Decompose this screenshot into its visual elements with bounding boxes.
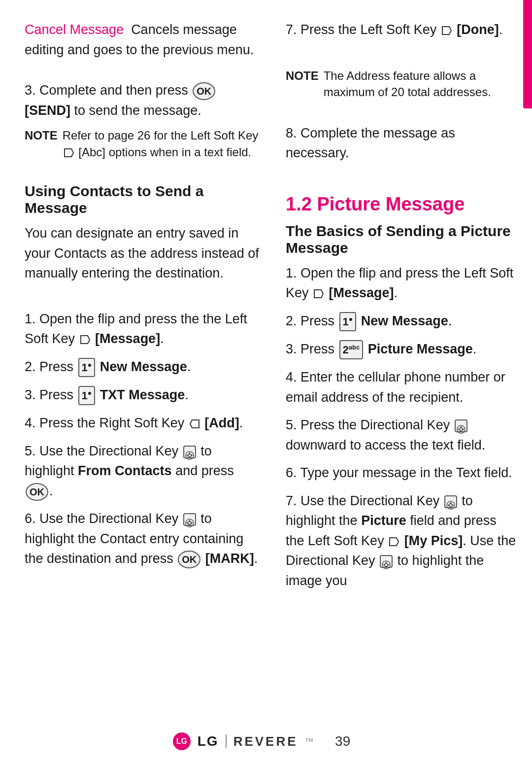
list-item: 4. Press the Right Soft Key [Add]. [25, 413, 261, 433]
list-item: 1. Open the flip and press the the Left … [25, 309, 261, 349]
item3-text: 3. Complete and then press OK [SEND] to … [25, 80, 261, 120]
left-column: Cancel Message Cancels message editing a… [25, 20, 276, 726]
svg-marker-23 [383, 563, 385, 566]
left-soft-key-icon2 [440, 26, 453, 35]
item7-text: 7. Press the Left Soft Key [Done]. [286, 20, 517, 40]
ok-key-icon: OK [193, 82, 215, 100]
lg-circle-icon: LG [173, 732, 191, 750]
list-item: 6. Type your message in the Text field. [286, 463, 517, 483]
item3-send: [SEND] [25, 103, 70, 118]
svg-marker-3 [186, 454, 189, 457]
content-area: Cancel Message Cancels message editing a… [0, 0, 532, 765]
left-soft-key-icon [79, 335, 92, 345]
list-item: 2. Press 1● New Message. [286, 311, 517, 331]
list-item: 3. Press 1● TXT Message. [25, 385, 261, 405]
note2: NOTE The Address feature allows a maximu… [286, 68, 517, 101]
note2-text: The Address feature allows a maximum of … [324, 68, 517, 101]
key-2abc-icon: 2abc [339, 340, 364, 359]
key-1-icon3: 1● [339, 312, 357, 331]
page: Cancel Message Cancels message editing a… [0, 0, 532, 765]
right-soft-key-icon [188, 419, 201, 429]
list-item: 3. Press 2abc Picture Message. [286, 339, 517, 359]
list-item: 6. Use the Directional Key to highlight … [25, 509, 261, 569]
list-item: 7. Use the Directional Key to highlight … [286, 491, 517, 591]
left-soft-key-icon [63, 148, 75, 158]
dir-key-icon3 [455, 419, 467, 432]
list-item: 5. Press the Directional Key downward to… [286, 415, 517, 455]
svg-marker-13 [458, 428, 460, 431]
list-item: 2. Press 1● New Message. [25, 357, 261, 377]
ok-icon: OK [26, 483, 48, 501]
dir-key-icon [183, 446, 196, 458]
item8-text: 8. Complete the message as necessary. [286, 123, 517, 163]
accent-bar [523, 0, 532, 108]
cancel-message-label: Cancel Message [25, 22, 124, 37]
item3-suffix: to send the message. [74, 103, 201, 118]
dir-key-icon2 [183, 513, 196, 526]
ok-icon2: OK [178, 551, 200, 568]
right-numbered-list: 1. Open the flip and press the Left Soft… [286, 263, 517, 591]
section-title: 1.2 Picture Message [286, 194, 517, 215]
using-contacts-heading: Using Contacts to Send a Message [25, 183, 261, 216]
left-soft-key-icon3 [312, 289, 325, 299]
note2-label: NOTE [286, 68, 319, 101]
svg-marker-14 [462, 428, 465, 431]
svg-marker-4 [191, 454, 193, 457]
note1-label: NOTE [25, 127, 58, 160]
basics-heading: The Basics of Sending a Picture Message [286, 223, 517, 256]
key-1-icon: 1● [78, 358, 96, 377]
dir-key-icon5 [380, 555, 393, 568]
dir-key-icon4 [444, 495, 457, 508]
lg-text: LG [198, 733, 219, 749]
cancel-message-para: Cancel Message Cancels message editing a… [25, 20, 261, 60]
right-column: 7. Press the Left Soft Key [Done]. NOTE … [276, 20, 517, 726]
trademark-symbol: ™ [305, 736, 314, 747]
note1: NOTE Refer to page 26 for the Left Soft … [25, 127, 261, 160]
left-numbered-list: 1. Open the flip and press the the Left … [25, 309, 261, 569]
svg-marker-18 [447, 504, 450, 507]
key-1-icon2: 1● [78, 386, 96, 405]
lg-logo: LG [173, 732, 191, 750]
using-contacts-body: You can designate an entry saved in your… [25, 223, 261, 283]
svg-marker-9 [191, 522, 193, 524]
svg-marker-19 [452, 504, 454, 507]
page-footer: LG LG REVERE ™ 39 [0, 732, 523, 750]
note1-text: Refer to page 26 for the Left Soft Key [… [63, 127, 261, 160]
svg-marker-24 [387, 563, 390, 566]
list-item: 1. Open the flip and press the Left Soft… [286, 263, 517, 303]
footer-divider [226, 734, 227, 748]
item7-done: [Done] [457, 22, 499, 37]
list-item: 4. Enter the cellular phone number or em… [286, 367, 517, 407]
revere-text: REVERE [233, 734, 298, 749]
list-item: 5. Use the Directional Key to highlight … [25, 441, 261, 501]
page-number: 39 [335, 733, 350, 749]
svg-marker-8 [186, 522, 189, 524]
left-soft-key-icon4 [388, 537, 400, 547]
